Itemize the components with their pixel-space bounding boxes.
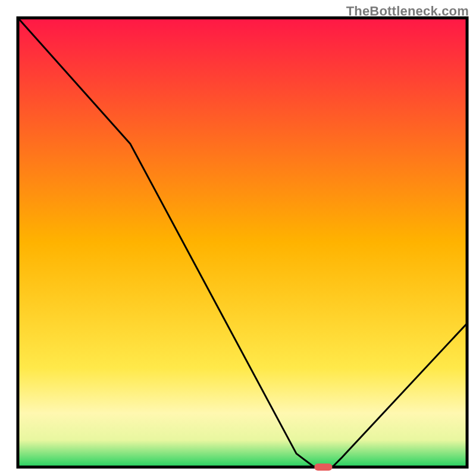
bottleneck-chart	[0, 0, 476, 476]
optimal-marker	[314, 464, 332, 471]
plot-background	[18, 18, 467, 467]
watermark-label: TheBottleneck.com	[346, 4, 469, 19]
